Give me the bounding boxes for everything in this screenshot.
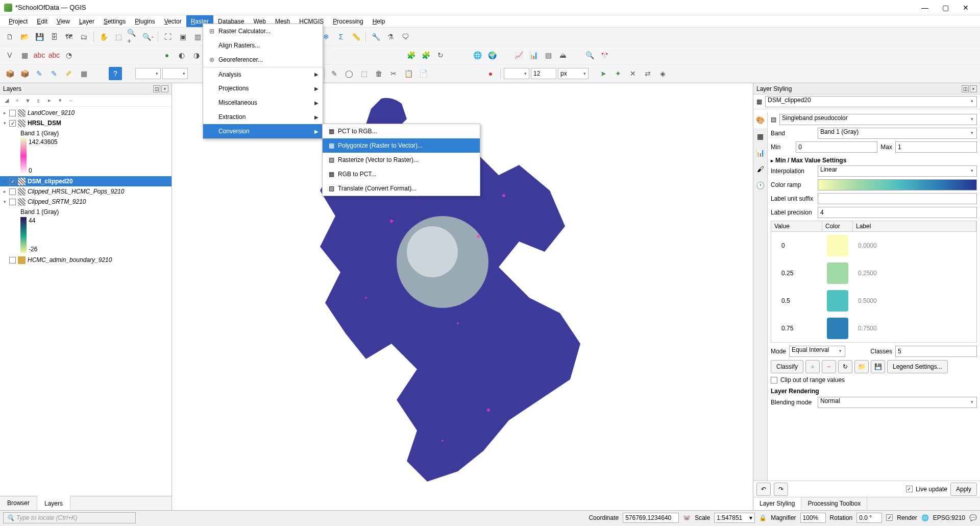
band-combo[interactable]: Band 1 (Gray) [818, 128, 977, 139]
lt-collapse-icon[interactable]: ▾ [56, 96, 64, 105]
snap-num-input[interactable] [531, 68, 556, 79]
histo-icon[interactable]: ▤ [542, 49, 555, 62]
lt-add-icon[interactable]: ＋ [13, 96, 21, 105]
color-row[interactable]: 0.750.7500 [771, 315, 976, 342]
style-undo-icon[interactable]: ↶ [756, 483, 771, 496]
minmax-collapse[interactable]: Min / Max Value Settings [771, 155, 977, 165]
max-input[interactable] [895, 141, 977, 153]
snap-combo[interactable] [504, 68, 529, 79]
panel-undock-icon[interactable]: ◫ [153, 85, 160, 92]
menu-project[interactable]: Project [4, 15, 32, 27]
pan-selection-icon[interactable]: ⬚ [112, 30, 125, 43]
lt-filter-icon[interactable]: ▼ [23, 96, 32, 105]
minimize-button[interactable]: — [915, 1, 935, 15]
more-icon[interactable]: ▦ [77, 67, 90, 80]
pan-icon[interactable]: ✋ [97, 30, 110, 43]
live-checkbox[interactable]: ✓ [906, 486, 913, 492]
save-style-icon[interactable]: 💾 [871, 360, 885, 373]
cube1-icon[interactable]: 📦 [3, 67, 16, 80]
temporal-tab-icon[interactable]: 🕐 [753, 177, 767, 194]
profile-icon[interactable]: ⛰ [556, 49, 570, 62]
layout-manager-icon[interactable]: 🗂 [77, 30, 90, 43]
lt-expr-icon[interactable]: ε [34, 96, 43, 105]
toolbox-icon[interactable]: 🔧 [369, 30, 382, 43]
cut-icon[interactable]: ✂ [387, 67, 400, 80]
lt-remove-icon[interactable]: − [66, 96, 75, 105]
cube2-icon[interactable]: 📦 [18, 67, 31, 80]
color-row[interactable]: 00.0000 [771, 232, 976, 259]
yellow2-icon[interactable]: ◑ [190, 49, 203, 62]
label2-icon[interactable]: abc [47, 49, 61, 62]
styling-layer-combo[interactable]: DSM_clipped20 [765, 96, 977, 107]
menu-settings[interactable]: Settings [99, 15, 130, 27]
move-feat-icon[interactable]: ⬚ [357, 67, 371, 80]
measure-icon[interactable]: 📏 [349, 30, 362, 43]
globe-icon[interactable]: 🌐 [471, 49, 484, 62]
clip-checkbox[interactable] [771, 377, 777, 384]
conversion-polygonize-raster-to-vector-[interactable]: ▩Polygonize (Raster to Vector)... [323, 138, 480, 153]
copy-icon[interactable]: 📋 [402, 67, 415, 80]
remove-class-icon[interactable]: − [822, 360, 836, 373]
layer-Clipped_HRSL_HCMC_Pops_9210[interactable]: ▸Clipped_HRSL_HCMC_Pops_9210 [0, 186, 172, 197]
plugin2-icon[interactable]: 🧩 [419, 49, 432, 62]
prec-input[interactable] [818, 207, 977, 218]
help-icon[interactable]: ? [109, 67, 122, 80]
diagram-icon[interactable]: ◔ [62, 49, 76, 62]
raster-menu-georeferencer-[interactable]: ⊕Georeferencer... [203, 53, 323, 67]
blend-combo[interactable]: Normal [818, 397, 977, 408]
tab-layers[interactable]: Layers [37, 496, 70, 510]
layer-DSM_clipped20[interactable]: ▸✓DSM_clipped20 [0, 176, 172, 186]
yellow1-icon[interactable]: ◐ [175, 49, 188, 62]
raster-menu-extraction[interactable]: Extraction▶ [203, 110, 323, 124]
classes-input[interactable] [895, 346, 977, 357]
tab-layer-styling[interactable]: Layer Styling [753, 497, 801, 510]
classify-button[interactable]: Classify [771, 360, 803, 373]
symbology-tab-icon[interactable]: 🎨 [753, 112, 767, 128]
zoom-in-icon[interactable]: 🔍+ [127, 30, 140, 43]
tab-browser[interactable]: Browser [0, 496, 37, 510]
rot-input[interactable] [856, 513, 882, 523]
add-feat-icon[interactable]: ◯ [342, 67, 356, 80]
mag-input[interactable] [800, 513, 826, 523]
vector-layer-icon[interactable]: V [3, 49, 16, 62]
reload-icon[interactable]: ↻ [838, 360, 852, 373]
locator-input[interactable]: 🔍 Type to locate (Ctrl+K) [3, 512, 136, 523]
raster-menu-miscellaneous[interactable]: Miscellaneous▶ [203, 95, 323, 110]
combo1[interactable] [135, 68, 161, 79]
menu-edit[interactable]: Edit [32, 15, 52, 27]
save-icon[interactable]: 💾 [33, 30, 46, 43]
layer-HCMC_admin_boundary_9210[interactable]: HCMC_admin_boundary_9210 [0, 255, 172, 265]
raster-menu-analysis[interactable]: Analysis▶ [203, 67, 323, 81]
stats-icon[interactable]: 📊 [527, 49, 540, 62]
apply-button[interactable]: Apply [950, 483, 977, 496]
suffix-input[interactable] [818, 193, 977, 204]
messages-icon[interactable]: 💬 [969, 514, 977, 521]
pencil1-icon[interactable]: ✎ [33, 67, 46, 80]
gps3-icon[interactable]: ✕ [626, 67, 640, 80]
new-project-icon[interactable]: 🗋 [3, 30, 16, 43]
save-as-icon[interactable]: 🗄 [47, 30, 61, 43]
gps5-icon[interactable]: ◈ [656, 67, 669, 80]
edit-icon[interactable]: ✐ [62, 67, 76, 80]
lock-icon[interactable]: 🔒 [759, 514, 767, 521]
zoom-out-icon[interactable]: 🔍- [141, 30, 155, 43]
histogram-tab-icon[interactable]: 📊 [753, 145, 767, 161]
lt-expand-icon[interactable]: ▸ [45, 96, 54, 105]
sigma-icon[interactable]: Σ [334, 30, 348, 43]
conversion-pct-to-rgb-[interactable]: ▦PCT to RGB... [323, 124, 480, 138]
combo2[interactable] [162, 68, 188, 79]
close-button[interactable]: ✕ [955, 1, 976, 15]
batch-icon[interactable]: ⚗ [384, 30, 397, 43]
pencil2-icon[interactable]: ✎ [47, 67, 61, 80]
legend-button[interactable]: Legend Settings... [887, 360, 948, 373]
layer-tree[interactable]: ▸LandCover_9210▾✓HRSL_DSMBand 1 (Gray)14… [0, 107, 172, 496]
interp-combo[interactable]: Linear [818, 165, 977, 177]
rendering-tab-icon[interactable]: 🖌 [753, 161, 767, 177]
extent-icon[interactable]: 🐭 [683, 514, 691, 521]
folder-icon[interactable]: 📁 [854, 360, 869, 373]
raster-menu-projections[interactable]: Projections▶ [203, 81, 323, 95]
panel-close-icon[interactable]: × [161, 85, 168, 92]
green-dot-icon[interactable]: ● [160, 49, 174, 62]
maximize-button[interactable]: ▢ [935, 1, 955, 15]
render-checkbox[interactable]: ✓ [886, 514, 893, 521]
